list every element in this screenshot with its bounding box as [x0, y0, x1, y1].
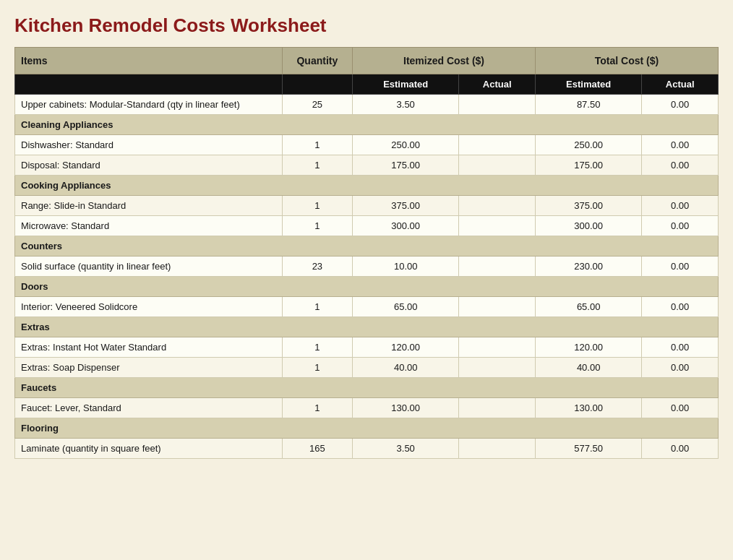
cell-qty: 1 [282, 216, 352, 236]
cell-est-total: 65.00 [536, 297, 642, 317]
cell-est-total: 120.00 [536, 337, 642, 358]
cell-act-total: 0.00 [642, 337, 719, 358]
header-itemized-cost: Itemized Cost ($) [353, 48, 536, 74]
cell-act-total: 0.00 [642, 358, 719, 378]
table-header-row-2: Estimated Actual Estimated Actual [15, 74, 719, 95]
cell-act-total: 0.00 [642, 439, 719, 459]
cell-item: Interior: Veneered Solidcore [15, 297, 283, 317]
table-row: Upper cabinets: Modular-Standard (qty in… [15, 95, 719, 115]
category-row: Doors [15, 277, 719, 297]
cell-est-item: 250.00 [353, 135, 459, 155]
table-row: Dishwasher: Standard1250.00250.000.00 [15, 135, 719, 155]
cell-est-item: 175.00 [353, 155, 459, 176]
header-empty-1 [15, 74, 283, 95]
table-row: Laminate (quantity in square feet)1653.5… [15, 439, 719, 459]
cell-act-total: 0.00 [642, 398, 719, 418]
header-quantity: Quantity [282, 48, 352, 74]
cell-item: Laminate (quantity in square feet) [15, 439, 283, 459]
cell-est-total: 250.00 [536, 135, 642, 155]
cell-est-item: 3.50 [353, 95, 459, 115]
table-row: Extras: Instant Hot Water Standard1120.0… [15, 337, 719, 358]
cell-item: Microwave: Standard [15, 216, 283, 236]
category-row: Counters [15, 236, 719, 257]
category-label: Counters [15, 236, 719, 257]
table-row: Extras: Soap Dispenser140.0040.000.00 [15, 358, 719, 378]
table-header-row-1: Items Quantity Itemized Cost ($) Total C… [15, 48, 719, 74]
cell-est-item: 3.50 [353, 439, 459, 459]
header-empty-2 [282, 74, 352, 95]
cell-item: Upper cabinets: Modular-Standard (qty in… [15, 95, 283, 115]
category-label: Flooring [15, 418, 719, 439]
cell-act-item [459, 358, 536, 378]
cell-act-item [459, 257, 536, 277]
cell-act-item [459, 155, 536, 176]
category-row: Cleaning Appliances [15, 115, 719, 135]
cell-est-total: 230.00 [536, 257, 642, 277]
category-label: Cleaning Appliances [15, 115, 719, 135]
table-row: Microwave: Standard1300.00300.000.00 [15, 216, 719, 236]
cell-act-item [459, 196, 536, 216]
cell-act-total: 0.00 [642, 95, 719, 115]
table-row: Range: Slide-in Standard1375.00375.000.0… [15, 196, 719, 216]
cell-act-total: 0.00 [642, 216, 719, 236]
cell-act-total: 0.00 [642, 135, 719, 155]
header-actual-item: Actual [459, 74, 536, 95]
cell-est-item: 120.00 [353, 337, 459, 358]
cell-qty: 165 [282, 439, 352, 459]
header-estimated-item: Estimated [353, 74, 459, 95]
cell-est-total: 87.50 [536, 95, 642, 115]
cell-est-item: 40.00 [353, 358, 459, 378]
cell-est-total: 40.00 [536, 358, 642, 378]
category-row: Faucets [15, 378, 719, 398]
worksheet-table: Items Quantity Itemized Cost ($) Total C… [14, 47, 719, 459]
cell-act-total: 0.00 [642, 155, 719, 176]
category-label: Doors [15, 277, 719, 297]
category-row: Extras [15, 317, 719, 337]
cell-act-item [459, 216, 536, 236]
cell-qty: 1 [282, 398, 352, 418]
cell-item: Extras: Soap Dispenser [15, 358, 283, 378]
cell-act-total: 0.00 [642, 257, 719, 277]
header-total-cost: Total Cost ($) [536, 48, 719, 74]
cell-act-item [459, 398, 536, 418]
header-items: Items [15, 48, 283, 74]
cell-item: Disposal: Standard [15, 155, 283, 176]
category-label: Faucets [15, 378, 719, 398]
cell-item: Dishwasher: Standard [15, 135, 283, 155]
table-body: Upper cabinets: Modular-Standard (qty in… [15, 95, 719, 459]
cell-act-item [459, 337, 536, 358]
cell-act-total: 0.00 [642, 196, 719, 216]
table-row: Solid surface (quantity in linear feet)2… [15, 257, 719, 277]
cell-est-item: 10.00 [353, 257, 459, 277]
cell-item: Range: Slide-in Standard [15, 196, 283, 216]
cell-qty: 1 [282, 358, 352, 378]
cell-qty: 1 [282, 297, 352, 317]
cell-est-item: 65.00 [353, 297, 459, 317]
category-row: Flooring [15, 418, 719, 439]
cell-act-total: 0.00 [642, 297, 719, 317]
cell-qty: 25 [282, 95, 352, 115]
category-label: Cooking Appliances [15, 176, 719, 196]
cell-item: Solid surface (quantity in linear feet) [15, 257, 283, 277]
cell-act-item [459, 135, 536, 155]
table-row: Interior: Veneered Solidcore165.0065.000… [15, 297, 719, 317]
cell-qty: 23 [282, 257, 352, 277]
cell-est-total: 300.00 [536, 216, 642, 236]
cell-qty: 1 [282, 196, 352, 216]
page-title: Kitchen Remodel Costs Worksheet [14, 14, 719, 37]
cell-act-item [459, 297, 536, 317]
cell-act-item [459, 439, 536, 459]
cell-qty: 1 [282, 337, 352, 358]
cell-item: Faucet: Lever, Standard [15, 398, 283, 418]
category-row: Cooking Appliances [15, 176, 719, 196]
cell-est-item: 300.00 [353, 216, 459, 236]
header-actual-total: Actual [642, 74, 719, 95]
cell-est-item: 130.00 [353, 398, 459, 418]
cell-est-total: 375.00 [536, 196, 642, 216]
cell-est-total: 130.00 [536, 398, 642, 418]
table-row: Faucet: Lever, Standard1130.00130.000.00 [15, 398, 719, 418]
cell-qty: 1 [282, 155, 352, 176]
cell-item: Extras: Instant Hot Water Standard [15, 337, 283, 358]
cell-act-item [459, 95, 536, 115]
cell-est-total: 175.00 [536, 155, 642, 176]
